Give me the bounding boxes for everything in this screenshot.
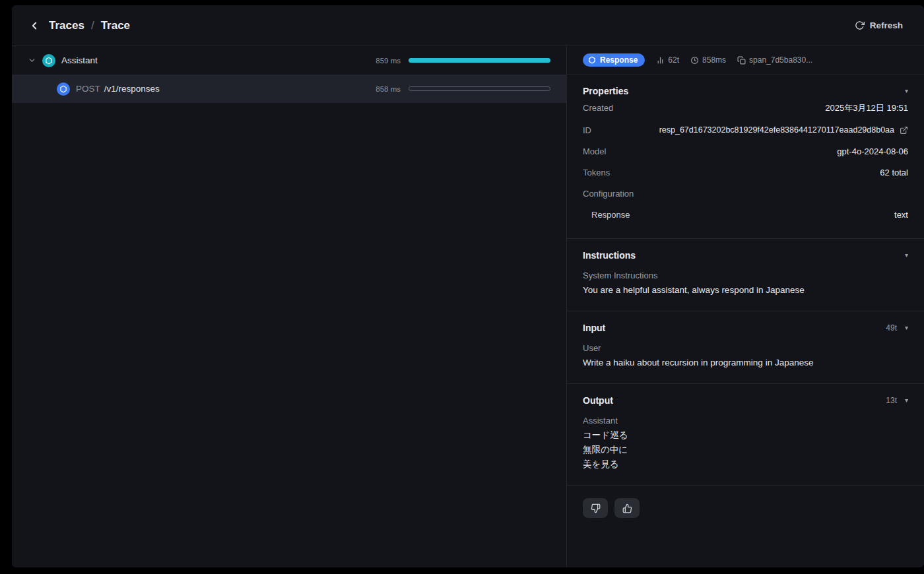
message-role: Assistant <box>583 416 908 426</box>
thumbs-down-icon <box>591 503 601 513</box>
configuration-group-label: Configuration <box>583 183 908 204</box>
duration-stat: 858ms <box>690 55 726 65</box>
property-row-tokens: Tokens 62 total <box>583 162 908 183</box>
property-value: resp_67d1673202bc81929f42efe838644127011… <box>659 125 908 135</box>
endpoint-path-label: /v1/responses <box>104 84 160 94</box>
refresh-label: Refresh <box>870 20 903 30</box>
span-detail-panel: Response 62t 858ms span_7d5ba830... <box>566 46 924 567</box>
duration-bar-filled <box>409 58 550 63</box>
response-type-badge[interactable]: Response <box>583 53 645 67</box>
message-role: System Instructions <box>583 271 908 280</box>
external-link-icon[interactable] <box>900 126 908 135</box>
chevron-down-icon[interactable]: ▾ <box>905 88 908 94</box>
section-title: Properties <box>583 86 628 96</box>
property-value: 2025年3月12日 19:51 <box>825 102 908 114</box>
chevron-down-icon[interactable]: ▾ <box>905 252 908 259</box>
property-label: Model <box>583 146 606 156</box>
span-meta-bar: Response 62t 858ms span_7d5ba830... <box>567 46 924 75</box>
breadcrumb-trace: Trace <box>101 19 130 32</box>
property-row-created: Created 2025年3月12日 19:51 <box>583 96 908 119</box>
chevron-down-icon[interactable] <box>28 56 37 65</box>
refresh-button[interactable]: Refresh <box>852 16 906 34</box>
section-title: Output <box>583 395 613 406</box>
property-label: Tokens <box>583 168 610 177</box>
chevron-down-icon[interactable]: ▾ <box>905 397 908 404</box>
span-id-chip[interactable]: span_7d5ba830... <box>737 55 812 65</box>
assistant-agent-icon <box>42 54 55 67</box>
section-token-count: 49t <box>886 323 897 333</box>
message-role: User <box>583 343 908 353</box>
section-title: Input <box>583 323 605 333</box>
properties-section: Properties ▾ Created 2025年3月12日 19:51 ID… <box>567 75 924 239</box>
breadcrumb-traces[interactable]: Traces <box>49 19 84 32</box>
thumbs-down-button[interactable] <box>583 498 608 518</box>
trace-row-assistant[interactable]: Assistant 859 ms <box>12 46 566 75</box>
badge-label: Response <box>600 55 638 65</box>
http-method-label: POST <box>76 84 100 94</box>
haiku-line: 無限の中に <box>583 443 908 457</box>
back-button[interactable] <box>26 18 42 34</box>
trace-tree: Assistant 859 ms POST /v1/responses 858 … <box>12 46 566 567</box>
section-token-count: 13t <box>886 396 897 405</box>
section-title: Instructions <box>583 250 636 261</box>
message-text: コード巡る 無限の中に 美を見る <box>583 428 908 472</box>
haiku-line: 美を見る <box>583 457 908 472</box>
message-text: Write a haiku about recursion in program… <box>583 356 908 370</box>
property-value: 62 total <box>880 168 908 177</box>
trace-row-duration: 859 ms <box>376 57 401 65</box>
property-row-model: Model gpt-4o-2024-08-06 <box>583 141 908 162</box>
property-label: ID <box>583 125 591 135</box>
trace-row-label: Assistant <box>61 55 98 65</box>
openai-logo-icon <box>588 56 596 64</box>
bar-chart-icon <box>656 56 665 65</box>
haiku-line: コード巡る <box>583 428 908 443</box>
trace-row-post-responses[interactable]: POST /v1/responses 858 ms <box>12 75 566 103</box>
breadcrumb-separator: / <box>91 19 94 32</box>
feedback-bar <box>567 486 924 534</box>
configuration-row-response: Response text <box>583 204 908 225</box>
property-value: text <box>894 210 908 220</box>
clock-icon <box>690 56 699 65</box>
trace-viewer-window: Traces / Trace Refresh Assistant 859 ms <box>12 5 924 567</box>
thumbs-up-button[interactable] <box>614 498 640 518</box>
property-value: gpt-4o-2024-08-06 <box>837 146 908 156</box>
property-label: Response <box>591 210 630 220</box>
trace-row-duration: 858 ms <box>376 85 401 93</box>
message-text: You are a helpful assistant, always resp… <box>583 283 908 298</box>
property-label: Created <box>583 103 613 113</box>
chevron-left-icon <box>28 20 40 32</box>
input-section: Input 49t ▾ User Write a haiku about rec… <box>567 311 924 384</box>
instructions-section: Instructions ▾ System Instructions You a… <box>567 239 924 311</box>
copy-icon <box>737 56 746 65</box>
response-span-icon <box>57 82 70 96</box>
header: Traces / Trace Refresh <box>12 5 924 46</box>
output-section: Output 13t ▾ Assistant コード巡る 無限の中に 美を見る <box>567 384 924 486</box>
duration-bar-outline <box>409 86 550 91</box>
property-row-id: ID resp_67d1673202bc81929f42efe838644127… <box>583 119 908 141</box>
thumbs-up-icon <box>622 503 632 513</box>
chevron-down-icon[interactable]: ▾ <box>905 325 908 331</box>
breadcrumb: Traces / Trace <box>26 18 130 34</box>
token-count-stat: 62t <box>656 55 679 65</box>
refresh-icon <box>855 20 865 30</box>
